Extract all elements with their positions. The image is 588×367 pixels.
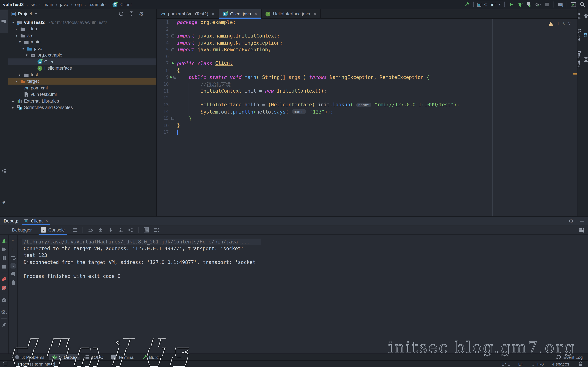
locate-icon[interactable] <box>119 11 124 17</box>
force-step-into-icon[interactable] <box>108 227 113 233</box>
hammer-icon[interactable] <box>465 2 470 7</box>
tree-item-client[interactable]: CClient <box>8 58 156 65</box>
stop-icon[interactable] <box>545 2 550 7</box>
gear-icon[interactable]: ⚙ <box>569 218 574 224</box>
breadcrumb-item[interactable]: org <box>75 2 82 7</box>
tool-stripe-tab[interactable]: ★2: Favorites <box>0 189 8 216</box>
tree-expand-icon[interactable]: ▾ <box>21 47 25 50</box>
debug-tab-debugger[interactable]: Debugger <box>8 225 35 235</box>
breadcrumb[interactable]: vulnTest2›src›main›java›org›example›CCli… <box>3 2 132 7</box>
rerun-debug-icon[interactable] <box>1 238 7 243</box>
run-line-icon[interactable] <box>170 76 172 79</box>
view-breakpoints-icon[interactable] <box>1 276 7 282</box>
editor-tab-client-java[interactable]: CClient.java✕ <box>219 9 262 18</box>
run-anything-icon[interactable] <box>571 2 576 7</box>
debug-session-tab[interactable]: Client ✕ <box>22 217 50 225</box>
code-line[interactable]: 5import java.rmi.RemoteException; <box>157 46 578 53</box>
tree-expand-icon[interactable]: ▾ <box>18 40 22 44</box>
fold-icon[interactable] <box>172 48 174 51</box>
tree-expand-icon[interactable]: ▸ <box>18 73 22 77</box>
close-icon[interactable]: ✕ <box>313 11 317 17</box>
tree-item-java[interactable]: ▾java <box>8 45 156 52</box>
status-widget[interactable]: 17:1 <box>502 362 510 366</box>
search-icon[interactable] <box>580 2 585 7</box>
breadcrumb-item[interactable]: main <box>43 2 53 7</box>
console-line[interactable]: Connected to the target VM, address: '12… <box>24 245 588 252</box>
run-line-icon[interactable] <box>172 62 174 65</box>
editor-tab-pom-xml-vulntest2-[interactable]: mpom.xml (vulnTest2)✕ <box>157 9 219 18</box>
resume-icon[interactable] <box>1 247 7 252</box>
debug-bug-icon[interactable] <box>518 2 523 7</box>
stop-icon[interactable] <box>1 264 7 269</box>
tree-expand-icon[interactable]: ▾ <box>15 33 18 37</box>
code-line[interactable]: 10 //初始化环境 <box>157 81 578 87</box>
error-stripe-mark[interactable] <box>573 73 577 75</box>
breadcrumb-item[interactable]: Client <box>121 2 132 7</box>
profiler-icon[interactable] <box>536 2 541 7</box>
editor-tab-hellointerface-java[interactable]: IHelloInterface.java✕ <box>262 9 321 18</box>
tree-expand-icon[interactable]: ▸ <box>11 106 15 109</box>
close-icon[interactable]: ✕ <box>211 11 215 17</box>
code-line[interactable]: 17 <box>157 129 578 136</box>
step-out-icon[interactable] <box>118 227 123 233</box>
close-icon[interactable]: ✕ <box>254 11 258 17</box>
tree-item-src[interactable]: ▾src <box>8 32 156 39</box>
status-widget[interactable]: UTF-8 <box>532 362 544 366</box>
console-line[interactable]: Disconnected from the target VM, address… <box>24 259 588 266</box>
hamburger-icon[interactable] <box>72 227 78 233</box>
hide-panel-icon[interactable]: — <box>580 218 584 224</box>
close-icon[interactable]: ✕ <box>45 218 49 224</box>
toolwindow-switcher-icon[interactable] <box>2 361 8 367</box>
code-line[interactable]: 16} <box>157 122 578 129</box>
settings-icon[interactable]: ⚙ <box>139 11 144 17</box>
tree-item-org-example[interactable]: ▾org.example <box>8 52 156 58</box>
pin-icon[interactable] <box>1 322 7 327</box>
code-line[interactable]: 2 <box>157 25 578 33</box>
chevron-down-icon[interactable]: ▼ <box>34 12 38 16</box>
status-widget[interactable]: LF <box>518 362 523 366</box>
console-line[interactable] <box>24 266 588 273</box>
code-line[interactable]: 4import javax.naming.NamingException; <box>157 39 578 46</box>
console-line[interactable]: Process finished with exit code 0 <box>24 273 588 280</box>
evaluate-icon[interactable] <box>144 227 149 233</box>
trash-icon[interactable] <box>10 280 16 285</box>
play-icon[interactable] <box>509 2 514 7</box>
mute-breakpoints-icon[interactable] <box>1 285 7 290</box>
coverage-icon[interactable] <box>527 2 532 7</box>
prev-warning-icon[interactable]: ∧ <box>562 21 565 26</box>
code-line[interactable]: 8{ <box>157 67 578 74</box>
project-structure-icon[interactable] <box>558 2 563 7</box>
tree-item-pom-xml[interactable]: mpom.xml <box>8 85 156 91</box>
code-line[interactable]: 9 public static void main( String[] args… <box>157 74 578 81</box>
tree-item-external-libraries[interactable]: ▸External Libraries <box>8 98 156 104</box>
code-line[interactable]: 15 } <box>157 115 578 122</box>
debug-tab-console[interactable]: ›Console <box>37 225 69 235</box>
inspections-widget[interactable]: 1 ∧ ∨ <box>548 21 571 26</box>
tool-stripe-tab[interactable]: mMaven <box>576 26 588 44</box>
tree-item-vulntest2[interactable]: ▾vulnTest2~/d4m1ts/tools/java/vulnTest2 <box>8 19 156 26</box>
tool-stripe-tab[interactable]: 7: Structure <box>0 157 8 184</box>
next-warning-icon[interactable]: ∨ <box>568 21 571 26</box>
tree-item-vulntest2-iml[interactable]: vulnTest2.iml <box>8 91 156 98</box>
code-area[interactable]: 1 ∧ ∨ 1package org.example;23import java… <box>157 19 578 217</box>
code-line[interactable]: 3import javax.naming.InitialContext; <box>157 33 578 39</box>
code-line[interactable]: 13 HelloInterface hello = (HelloInterfac… <box>157 101 578 108</box>
tool-stripe-tab[interactable]: Ant <box>576 10 588 22</box>
collapse-all-icon[interactable] <box>129 11 134 17</box>
fold-icon[interactable] <box>173 76 176 79</box>
status-widget[interactable]: 4 spaces <box>552 362 569 366</box>
soft-wrap-icon[interactable] <box>10 255 16 261</box>
arrow-down-icon[interactable]: ↓ <box>10 247 16 252</box>
settings-icon[interactable]: ⚙▾ <box>1 310 7 315</box>
arrow-up-icon[interactable]: ↑ <box>10 238 16 243</box>
tree-expand-icon[interactable]: ▾ <box>25 53 28 57</box>
step-over-icon[interactable] <box>88 227 93 233</box>
breadcrumb-item[interactable]: java <box>60 2 68 7</box>
tree-item-scratches-and-consoles[interactable]: ▸Scratches and Consoles <box>8 104 156 111</box>
console-line[interactable]: test 123 <box>24 252 588 259</box>
scroll-end-icon[interactable] <box>10 263 16 268</box>
code-line[interactable]: 1package org.example; <box>157 19 578 25</box>
tree-expand-icon[interactable]: ▸ <box>11 99 15 103</box>
tree-expand-icon[interactable]: ▸ <box>15 27 18 31</box>
code-line[interactable]: 6 <box>157 53 578 60</box>
